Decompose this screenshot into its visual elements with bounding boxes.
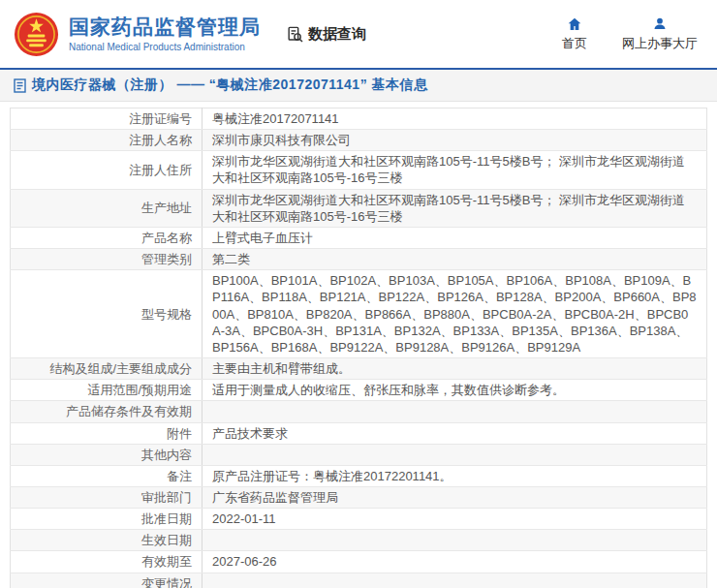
- nav-home[interactable]: 首页: [562, 16, 587, 52]
- row-label: 结构及组成/主要组成成分: [11, 358, 203, 380]
- row-label: 型号规格: [11, 270, 203, 358]
- table-wrap: 注册证编号粤械注准20172071141注册人名称深圳市康贝科技有限公司注册人住…: [0, 102, 717, 588]
- document-icon: [14, 78, 26, 93]
- row-label: 变更情况: [11, 573, 203, 588]
- table-row: 注册证编号粤械注准20172071141: [11, 108, 707, 130]
- table-row: 产品名称上臂式电子血压计: [11, 227, 707, 248]
- row-value: 产品技术要求: [203, 422, 707, 444]
- agency-name-en: National Medical Products Administration: [69, 42, 261, 53]
- row-value: [203, 401, 707, 422]
- row-value: 上臂式电子血压计: [203, 227, 707, 248]
- row-value: 深圳市康贝科技有限公司: [203, 130, 707, 151]
- title-bar: 境内医疗器械（注册） —— “粤械注准20172071141” 基本信息: [0, 70, 717, 102]
- user-icon: [652, 16, 668, 32]
- table-row: 结构及组成/主要组成成分主要由主机和臂带组成。: [11, 358, 707, 380]
- row-value: 第二类: [203, 249, 707, 270]
- table-row: 适用范围/预期用途适用于测量成人的收缩压、舒张压和脉率，其数值供诊断参考。: [11, 380, 707, 401]
- row-label: 适用范围/预期用途: [11, 380, 203, 401]
- table-row: 审批部门广东省药品监督管理局: [11, 486, 707, 508]
- data-query-icon: [286, 25, 304, 44]
- row-value: BP100A、BP101A、BP102A、BP103A、BP105A、BP106…: [203, 270, 707, 358]
- nav-data-query-label: 数据查询: [308, 25, 366, 44]
- row-value: 深圳市龙华区观湖街道大和社区环观南路105号-11号5楼B号； 深圳市龙华区观湖…: [203, 151, 707, 189]
- table-row: 管理类别第二类: [11, 249, 707, 270]
- agency-name-cn: 国家药品监督管理局: [69, 15, 261, 39]
- row-label: 产品储存条件及有效期: [11, 401, 203, 422]
- row-value: [203, 444, 707, 465]
- row-label: 备注: [11, 465, 203, 486]
- row-value: [203, 573, 707, 588]
- table-row: 附件产品技术要求: [11, 422, 707, 444]
- table-row: 其他内容: [11, 444, 707, 465]
- row-value: 2022-01-11: [203, 509, 707, 530]
- row-label: 管理类别: [11, 249, 203, 270]
- row-label: 注册证编号: [11, 108, 203, 130]
- agency-logo: 国家药品监督管理局 National Medical Products Admi…: [14, 12, 261, 57]
- row-label: 其他内容: [11, 444, 203, 465]
- site-header: 国家药品监督管理局 National Medical Products Admi…: [0, 0, 717, 68]
- basic-info-table: 注册证编号粤械注准20172071141注册人名称深圳市康贝科技有限公司注册人住…: [10, 108, 707, 588]
- row-value: 粤械注准20172071141: [203, 108, 707, 130]
- top-right-nav: 首页 网上办事大厅: [562, 16, 703, 52]
- table-row: 有效期至2027-06-26: [11, 551, 707, 573]
- row-label: 生效日期: [11, 530, 203, 551]
- row-value: 广东省药品监督管理局: [203, 486, 707, 508]
- row-value: 主要由主机和臂带组成。: [203, 358, 707, 380]
- row-value: 原产品注册证号：粤械注准20172201141。: [203, 465, 707, 486]
- national-emblem-icon: [14, 12, 59, 57]
- table-row: 生产地址深圳市龙华区观湖街道大和社区环观南路105号-11号5楼B号； 深圳市龙…: [11, 189, 707, 227]
- nav-service-hall-label: 网上办事大厅: [622, 35, 698, 52]
- row-value: 适用于测量成人的收缩压、舒张压和脉率，其数值供诊断参考。: [203, 380, 707, 401]
- row-label: 注册人名称: [11, 130, 203, 151]
- table-row: 注册人住所深圳市龙华区观湖街道大和社区环观南路105号-11号5楼B号； 深圳市…: [11, 151, 707, 189]
- table-row: 变更情况: [11, 573, 707, 588]
- nav-home-label: 首页: [562, 35, 587, 52]
- table-row: 型号规格BP100A、BP101A、BP102A、BP103A、BP105A、B…: [11, 270, 707, 358]
- row-label: 产品名称: [11, 227, 203, 248]
- agency-names: 国家药品监督管理局 National Medical Products Admi…: [69, 15, 261, 53]
- page: 国家药品监督管理局 National Medical Products Admi…: [0, 0, 717, 588]
- table-row: 备注原产品注册证号：粤械注准20172201141。: [11, 465, 707, 486]
- row-label: 有效期至: [11, 551, 203, 573]
- row-label: 批准日期: [11, 509, 203, 530]
- row-label: 注册人住所: [11, 151, 203, 189]
- table-row: 批准日期2022-01-11: [11, 509, 707, 530]
- row-label: 审批部门: [11, 486, 203, 508]
- table-row: 注册人名称深圳市康贝科技有限公司: [11, 130, 707, 151]
- row-value: 深圳市龙华区观湖街道大和社区环观南路105号-11号5楼B号； 深圳市龙华区观湖…: [203, 189, 707, 227]
- row-value: 2027-06-26: [203, 551, 707, 573]
- table-row: 产品储存条件及有效期: [11, 401, 707, 422]
- home-icon: [567, 16, 582, 32]
- row-value: [203, 530, 707, 551]
- nav-data-query[interactable]: 数据查询: [286, 25, 366, 44]
- nav-service-hall[interactable]: 网上办事大厅: [622, 16, 698, 52]
- info-table-body: 注册证编号粤械注准20172071141注册人名称深圳市康贝科技有限公司注册人住…: [11, 108, 707, 588]
- row-label: 生产地址: [11, 189, 203, 227]
- row-label: 附件: [11, 422, 203, 444]
- page-title: 境内医疗器械（注册） —— “粤械注准20172071141” 基本信息: [32, 77, 428, 94]
- table-row: 生效日期: [11, 530, 707, 551]
